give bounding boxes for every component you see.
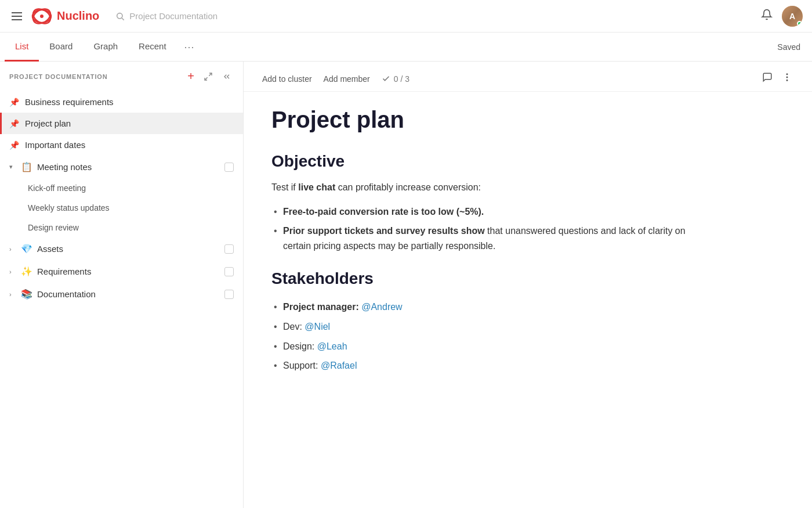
folder-label: Meeting notes	[37, 162, 220, 172]
subitem-label: Kick-off meeting	[28, 183, 86, 193]
stakeholder-support: Support: @Rafael	[271, 356, 715, 376]
main-layout: PROJECT DOCUMENTATION + 📌 Busi	[0, 62, 812, 508]
svg-line-7	[205, 77, 208, 80]
svg-point-9	[786, 77, 788, 78]
sidebar-subitem-kickoff[interactable]: Kick-off meeting	[0, 178, 243, 198]
svg-point-10	[786, 80, 788, 81]
sidebar-folder-documentation[interactable]: › 📚 Documentation	[0, 283, 243, 305]
sidebar-folder-meeting-notes[interactable]: ▾ 📋 Meeting notes	[0, 156, 243, 178]
sidebar-item-business-requirements[interactable]: 📌 Business requirements	[0, 91, 243, 113]
section-heading-stakeholders: Stakeholders	[271, 269, 715, 288]
subitem-label: Weekly status updates	[28, 203, 110, 212]
sidebar-actions: +	[185, 69, 234, 84]
stakeholder-design: Design: @Leah	[271, 337, 715, 356]
stakeholder-dev: Dev: @Niel	[271, 317, 715, 337]
pin-icon: 📌	[9, 140, 19, 150]
sidebar-item-label: Business requirements	[25, 97, 234, 107]
link-niel[interactable]: @Niel	[304, 322, 330, 332]
link-rafael[interactable]: @Rafael	[321, 361, 357, 370]
search-bar[interactable]: Project Documentation	[115, 11, 217, 21]
bullet-conversion-rate: Free-to-paid conversion rate is too low …	[271, 202, 715, 222]
notifications-button[interactable]	[761, 9, 773, 23]
chevron-down-icon: ▾	[9, 163, 16, 171]
more-options-button[interactable]	[781, 71, 793, 87]
search-icon	[115, 12, 125, 21]
objective-intro: Test if live chat can profitably increas…	[271, 180, 715, 195]
logo[interactable]: Nuclino	[31, 6, 99, 27]
sidebar-item-label: Project plan	[25, 118, 234, 128]
sidebar-folder-requirements[interactable]: › ✨ Requirements	[0, 260, 243, 283]
nuclino-logo-icon	[31, 6, 52, 27]
folder-checkbox[interactable]	[224, 163, 234, 172]
document-title: Project plan	[271, 106, 715, 134]
add-to-cluster-button[interactable]: Add to cluster	[262, 72, 312, 86]
folder-emoji: 📚	[21, 289, 32, 300]
sidebar-subitem-weekly[interactable]: Weekly status updates	[0, 198, 243, 218]
svg-point-3	[40, 15, 44, 18]
chevrons-left-icon	[222, 72, 231, 81]
sidebar: PROJECT DOCUMENTATION + 📌 Busi	[0, 62, 244, 508]
stakeholders-bullets: Project manager: @Andrew Dev: @Niel Desi…	[271, 297, 715, 375]
sidebar-item-project-plan[interactable]: 📌 Project plan	[0, 113, 243, 134]
objective-bullets: Free-to-paid conversion rate is too low …	[271, 202, 715, 256]
folder-label: Documentation	[37, 289, 220, 299]
tab-graph[interactable]: Graph	[83, 33, 128, 62]
tab-board[interactable]: Board	[39, 33, 83, 62]
document-content: Project plan Objective Test if live chat…	[244, 92, 742, 424]
online-indicator	[797, 21, 802, 26]
chevron-right-icon: ›	[9, 268, 16, 275]
svg-point-4	[117, 13, 122, 18]
tab-list[interactable]: List	[5, 33, 39, 62]
chevron-right-icon: ›	[9, 291, 16, 298]
sidebar-title: PROJECT DOCUMENTATION	[9, 73, 108, 80]
sidebar-folder-assets[interactable]: › 💎 Assets	[0, 237, 243, 260]
folder-emoji: 💎	[21, 243, 32, 254]
folder-checkbox[interactable]	[224, 244, 234, 254]
svg-point-8	[786, 74, 788, 75]
pin-icon: 📌	[9, 98, 19, 107]
folder-label: Assets	[37, 244, 220, 254]
folder-checkbox[interactable]	[224, 290, 234, 299]
expand-sidebar-button[interactable]	[201, 71, 215, 82]
tabs-more-button[interactable]: ⋯	[177, 33, 201, 62]
expand-icon	[204, 72, 213, 81]
stakeholder-project-manager: Project manager: @Andrew	[271, 297, 715, 317]
collapse-sidebar-button[interactable]	[220, 71, 234, 82]
sidebar-subitem-design-review[interactable]: Design review	[0, 218, 243, 237]
hamburger-button[interactable]	[9, 10, 24, 23]
content-toolbar: Add to cluster Add member 0 / 3	[244, 62, 812, 92]
checkmark-icon	[382, 74, 390, 83]
svg-line-5	[122, 18, 124, 20]
logo-text: Nuclino	[57, 9, 99, 23]
saved-indicator: Saved	[777, 42, 800, 52]
add-member-button[interactable]: Add member	[324, 72, 370, 86]
toolbar-right	[761, 71, 793, 87]
folder-emoji: 📋	[21, 161, 32, 172]
checkmark-count: 0 / 3	[382, 74, 409, 84]
sidebar-item-label: Important dates	[25, 140, 234, 150]
link-andrew[interactable]: @Andrew	[361, 302, 403, 312]
folder-checkbox[interactable]	[224, 267, 234, 276]
sidebar-header: PROJECT DOCUMENTATION +	[0, 62, 243, 91]
link-leah[interactable]: @Leah	[317, 341, 347, 351]
avatar[interactable]: A	[782, 6, 803, 27]
tabs-bar: List Board Graph Recent ⋯ Saved	[0, 33, 812, 62]
content-area: Add to cluster Add member 0 / 3	[244, 62, 812, 508]
bell-icon	[761, 9, 773, 20]
nav-right: A	[761, 6, 803, 27]
section-heading-objective: Objective	[271, 152, 715, 171]
subitem-label: Design review	[28, 223, 79, 232]
dots-vertical-icon	[782, 72, 792, 82]
comments-button[interactable]	[761, 71, 774, 87]
bullet-support-tickets: Prior support tickets and survey results…	[271, 221, 715, 255]
top-nav: Nuclino Project Documentation A	[0, 0, 812, 33]
folder-emoji: ✨	[21, 266, 32, 277]
search-placeholder: Project Documentation	[129, 11, 217, 21]
folder-label: Requirements	[37, 266, 220, 276]
svg-line-6	[209, 73, 212, 76]
tab-recent[interactable]: Recent	[128, 33, 177, 62]
chevron-right-icon: ›	[9, 246, 16, 253]
sidebar-item-important-dates[interactable]: 📌 Important dates	[0, 134, 243, 156]
add-item-button[interactable]: +	[185, 69, 197, 84]
comment-icon	[762, 72, 773, 82]
